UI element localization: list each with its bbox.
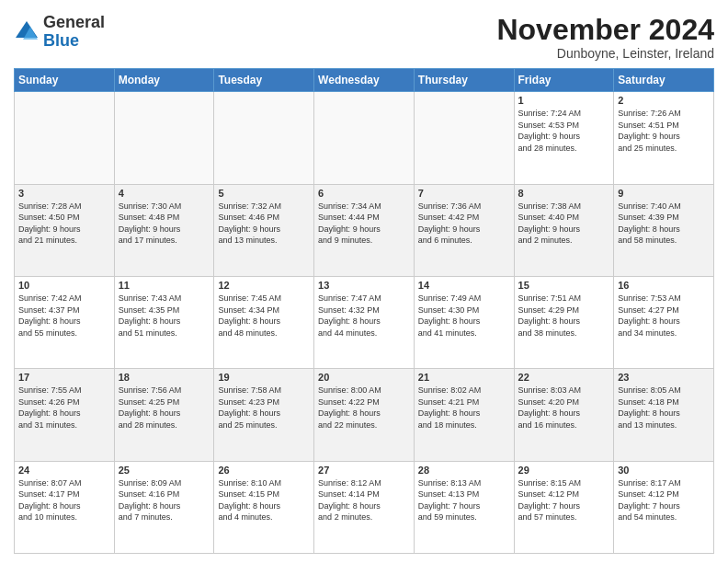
day-info: Sunrise: 7:45 AM Sunset: 4:34 PM Dayligh… [218,293,310,339]
calendar-cell: 2Sunrise: 7:26 AM Sunset: 4:51 PM Daylig… [614,92,714,184]
day-number: 14 [418,280,510,291]
calendar-cell: 29Sunrise: 8:15 AM Sunset: 4:12 PM Dayli… [514,461,614,553]
day-info: Sunrise: 7:47 AM Sunset: 4:32 PM Dayligh… [318,293,410,339]
day-number: 20 [318,372,410,383]
day-info: Sunrise: 8:03 AM Sunset: 4:20 PM Dayligh… [518,385,610,431]
calendar-cell: 17Sunrise: 7:55 AM Sunset: 4:26 PM Dayli… [15,369,115,461]
header-friday: Friday [514,69,614,92]
calendar-cell: 25Sunrise: 8:09 AM Sunset: 4:16 PM Dayli… [114,461,214,553]
calendar-cell: 15Sunrise: 7:51 AM Sunset: 4:29 PM Dayli… [514,276,614,368]
calendar-cell: 23Sunrise: 8:05 AM Sunset: 4:18 PM Dayli… [614,369,714,461]
day-number: 18 [119,372,210,383]
calendar-cell [15,92,115,184]
day-info: Sunrise: 7:24 AM Sunset: 4:53 PM Dayligh… [518,108,610,154]
calendar-week-row: 1Sunrise: 7:24 AM Sunset: 4:53 PM Daylig… [15,92,714,184]
day-number: 23 [618,372,710,383]
day-number: 5 [218,188,310,199]
logo-blue: Blue [43,31,79,50]
day-number: 29 [518,465,610,476]
day-info: Sunrise: 7:55 AM Sunset: 4:26 PM Dayligh… [18,385,110,431]
day-number: 16 [618,280,710,291]
day-info: Sunrise: 8:02 AM Sunset: 4:21 PM Dayligh… [418,385,510,431]
day-number: 24 [18,465,110,476]
header: General Blue November 2024 Dunboyne, Lei… [14,14,714,61]
day-number: 11 [119,280,210,291]
calendar-week-row: 24Sunrise: 8:07 AM Sunset: 4:17 PM Dayli… [15,461,714,553]
day-info: Sunrise: 8:10 AM Sunset: 4:15 PM Dayligh… [218,477,310,523]
weekday-header-row: Sunday Monday Tuesday Wednesday Thursday… [15,69,714,92]
day-info: Sunrise: 7:58 AM Sunset: 4:23 PM Dayligh… [218,385,310,431]
calendar-cell: 9Sunrise: 7:40 AM Sunset: 4:39 PM Daylig… [614,184,714,276]
calendar-week-row: 3Sunrise: 7:28 AM Sunset: 4:50 PM Daylig… [15,184,714,276]
day-number: 2 [618,95,710,106]
calendar-cell: 4Sunrise: 7:30 AM Sunset: 4:48 PM Daylig… [114,184,214,276]
calendar-cell: 3Sunrise: 7:28 AM Sunset: 4:50 PM Daylig… [15,184,115,276]
header-saturday: Saturday [614,69,714,92]
calendar-cell: 10Sunrise: 7:42 AM Sunset: 4:37 PM Dayli… [15,276,115,368]
day-info: Sunrise: 7:49 AM Sunset: 4:30 PM Dayligh… [418,293,510,339]
logo: General Blue [14,14,105,51]
header-thursday: Thursday [414,69,514,92]
day-info: Sunrise: 8:07 AM Sunset: 4:17 PM Dayligh… [18,477,110,523]
logo-general: General [43,13,105,31]
day-info: Sunrise: 8:17 AM Sunset: 4:12 PM Dayligh… [618,477,710,523]
day-info: Sunrise: 7:30 AM Sunset: 4:48 PM Dayligh… [119,201,210,247]
day-info: Sunrise: 7:38 AM Sunset: 4:40 PM Dayligh… [518,201,610,247]
calendar-cell: 13Sunrise: 7:47 AM Sunset: 4:32 PM Dayli… [314,276,415,368]
day-info: Sunrise: 8:13 AM Sunset: 4:13 PM Dayligh… [418,477,510,523]
day-info: Sunrise: 7:28 AM Sunset: 4:50 PM Dayligh… [18,201,110,247]
calendar-week-row: 17Sunrise: 7:55 AM Sunset: 4:26 PM Dayli… [15,369,714,461]
calendar-cell: 19Sunrise: 7:58 AM Sunset: 4:23 PM Dayli… [214,369,314,461]
day-number: 26 [218,465,310,476]
calendar-cell: 20Sunrise: 8:00 AM Sunset: 4:22 PM Dayli… [314,369,415,461]
calendar-cell: 18Sunrise: 7:56 AM Sunset: 4:25 PM Dayli… [114,369,214,461]
calendar-cell: 1Sunrise: 7:24 AM Sunset: 4:53 PM Daylig… [514,92,614,184]
calendar-cell [114,92,214,184]
day-number: 4 [119,188,210,199]
logo-icon [14,19,40,45]
day-number: 25 [119,465,210,476]
day-info: Sunrise: 7:53 AM Sunset: 4:27 PM Dayligh… [618,293,710,339]
day-info: Sunrise: 7:40 AM Sunset: 4:39 PM Dayligh… [618,201,710,247]
calendar-cell [314,92,415,184]
header-tuesday: Tuesday [214,69,314,92]
day-info: Sunrise: 8:09 AM Sunset: 4:16 PM Dayligh… [119,477,210,523]
calendar-cell: 7Sunrise: 7:36 AM Sunset: 4:42 PM Daylig… [414,184,514,276]
day-info: Sunrise: 7:51 AM Sunset: 4:29 PM Dayligh… [518,293,610,339]
day-info: Sunrise: 8:15 AM Sunset: 4:12 PM Dayligh… [518,477,610,523]
calendar: Sunday Monday Tuesday Wednesday Thursday… [14,68,714,554]
day-number: 19 [218,372,310,383]
calendar-cell: 22Sunrise: 8:03 AM Sunset: 4:20 PM Dayli… [514,369,614,461]
day-number: 13 [318,280,410,291]
calendar-cell: 16Sunrise: 7:53 AM Sunset: 4:27 PM Dayli… [614,276,714,368]
calendar-cell: 21Sunrise: 8:02 AM Sunset: 4:21 PM Dayli… [414,369,514,461]
day-info: Sunrise: 7:34 AM Sunset: 4:44 PM Dayligh… [318,201,410,247]
calendar-cell: 26Sunrise: 8:10 AM Sunset: 4:15 PM Dayli… [214,461,314,553]
day-info: Sunrise: 8:00 AM Sunset: 4:22 PM Dayligh… [318,385,410,431]
day-number: 8 [518,188,610,199]
day-number: 10 [18,280,110,291]
day-info: Sunrise: 7:32 AM Sunset: 4:46 PM Dayligh… [218,201,310,247]
calendar-cell: 6Sunrise: 7:34 AM Sunset: 4:44 PM Daylig… [314,184,415,276]
calendar-cell: 8Sunrise: 7:38 AM Sunset: 4:40 PM Daylig… [514,184,614,276]
header-sunday: Sunday [15,69,115,92]
day-number: 7 [418,188,510,199]
calendar-cell: 11Sunrise: 7:43 AM Sunset: 4:35 PM Dayli… [114,276,214,368]
calendar-cell: 5Sunrise: 7:32 AM Sunset: 4:46 PM Daylig… [214,184,314,276]
day-number: 1 [518,95,610,106]
day-number: 3 [18,188,110,199]
calendar-cell: 12Sunrise: 7:45 AM Sunset: 4:34 PM Dayli… [214,276,314,368]
day-number: 21 [418,372,510,383]
calendar-cell: 28Sunrise: 8:13 AM Sunset: 4:13 PM Dayli… [414,461,514,553]
day-number: 6 [318,188,410,199]
day-number: 28 [418,465,510,476]
day-number: 30 [618,465,710,476]
day-number: 22 [518,372,610,383]
calendar-cell: 27Sunrise: 8:12 AM Sunset: 4:14 PM Dayli… [314,461,415,553]
calendar-cell [214,92,314,184]
page: General Blue November 2024 Dunboyne, Lei… [0,0,728,563]
calendar-cell: 24Sunrise: 8:07 AM Sunset: 4:17 PM Dayli… [15,461,115,553]
header-monday: Monday [114,69,214,92]
day-info: Sunrise: 7:26 AM Sunset: 4:51 PM Dayligh… [618,108,710,154]
day-number: 17 [18,372,110,383]
